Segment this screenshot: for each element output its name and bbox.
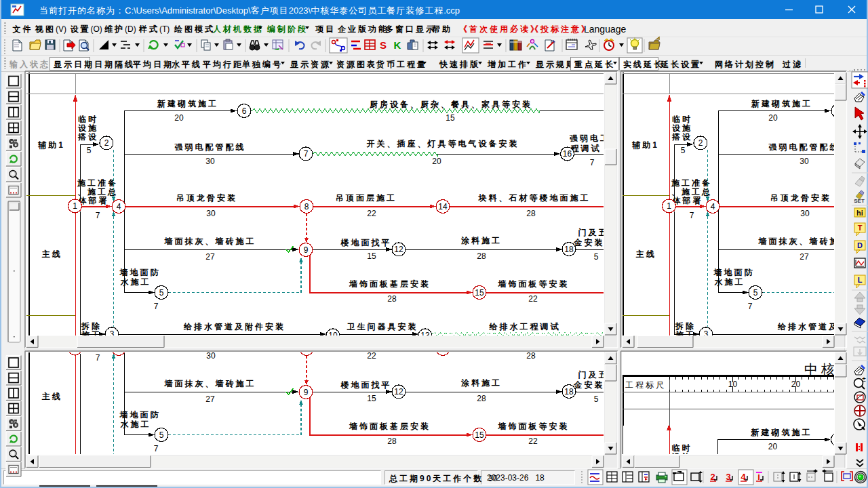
svg-text:D: D xyxy=(857,241,863,249)
svg-text:i: i xyxy=(757,472,760,482)
svg-text:±: ± xyxy=(862,375,866,383)
svg-text:K: K xyxy=(394,39,401,51)
svg-text:4: 4 xyxy=(741,472,746,482)
svg-text:工程标尺: 工程标尺 xyxy=(625,380,666,390)
svg-text:S: S xyxy=(380,39,387,51)
svg-text:hi: hi xyxy=(856,209,863,217)
svg-text:L: L xyxy=(858,276,863,284)
svg-text:3: 3 xyxy=(726,472,730,482)
svg-text:2: 2 xyxy=(710,472,715,482)
svg-text:20: 20 xyxy=(791,380,801,389)
svg-text:10: 10 xyxy=(728,380,738,389)
svg-text:T: T xyxy=(858,224,863,232)
svg-text:SET: SET xyxy=(854,198,865,204)
